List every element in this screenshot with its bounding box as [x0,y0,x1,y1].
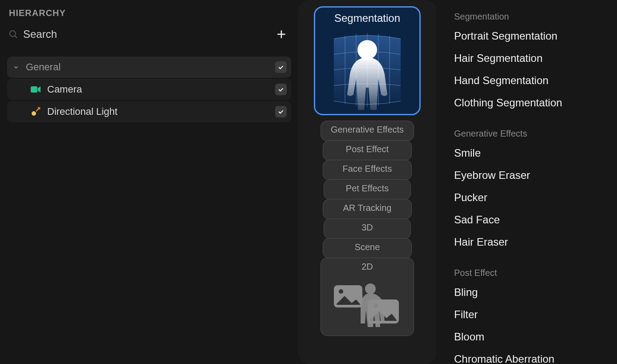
category-card-title: Segmentation [334,12,400,24]
add-button[interactable] [273,26,289,42]
tree-label: General [26,61,270,73]
details-item[interactable]: Sad Face [454,214,613,226]
category-label: Pet Effects [346,183,389,193]
camera-icon [29,83,42,96]
details-item[interactable]: Portrait Segmentation [454,30,613,42]
category-card-column: Segmentation [298,0,436,364]
category-card-scene[interactable]: Scene [323,238,412,259]
category-label: Post Effect [346,144,389,154]
tree-row-camera[interactable]: Camera [7,79,291,100]
tree-row-general[interactable]: General [7,57,291,78]
svg-point-0 [10,31,16,36]
details-panel: Segmentation Portrait Segmentation Hair … [436,0,617,364]
visibility-toggle[interactable] [275,106,287,117]
details-item[interactable]: Bling [454,286,613,299]
details-section-header: Generative Effects [454,129,613,139]
segmentation-illustration [315,28,419,114]
svg-line-1 [15,36,17,38]
svg-point-11 [357,40,377,60]
search-input[interactable]: Search [8,28,268,40]
svg-point-5 [32,111,36,116]
svg-point-16 [365,283,376,294]
search-icon [8,29,19,40]
details-item[interactable]: Bloom [454,331,613,343]
category-card-pet-effects[interactable]: Pet Effects [324,179,411,200]
category-label: 2D [361,262,373,272]
plus-icon [276,28,287,40]
category-card-segmentation[interactable]: Segmentation [314,6,421,115]
details-item[interactable]: Clothing Segmentation [454,97,613,109]
category-label: AR Tracking [343,203,392,213]
details-item[interactable]: Pucker [454,191,613,204]
tree-row-directional-light[interactable]: Directional Light [7,101,291,122]
hierarchy-panel: HIERARCHY Search General [0,0,298,364]
2d-illustration [329,272,405,336]
tree-label: Camera [47,84,270,95]
visibility-toggle[interactable] [275,61,287,73]
details-item[interactable]: Hair Segmentation [454,52,613,65]
details-item[interactable]: Hand Segmentation [454,74,613,87]
details-item[interactable]: Hair Eraser [454,236,613,248]
details-section-header: Segmentation [454,12,613,22]
search-placeholder: Search [23,28,57,40]
details-item[interactable]: Chromatic Aberration [454,353,613,364]
svg-rect-4 [31,86,37,93]
details-section-generative-effects: Generative Effects Smile Eyebrow Eraser … [454,129,613,248]
details-section-header: Post Effect [454,268,613,278]
category-label: 3D [361,222,373,232]
details-section-post-effect: Post Effect Bling Filter Bloom Chromatic… [454,268,613,364]
category-card-face-effects[interactable]: Face Effects [323,160,412,180]
tree-label: Directional Light [47,106,270,117]
svg-point-14 [339,289,343,294]
category-label: Face Effects [343,164,392,174]
hierarchy-tree: General Camera [7,57,291,122]
details-item[interactable]: Filter [454,308,613,321]
category-card-3d[interactable]: 3D [324,218,411,239]
category-card-ar-tracking[interactable]: AR Tracking [323,199,412,219]
chevron-down-icon [12,64,20,71]
category-card-2d[interactable]: 2D [321,258,414,336]
category-label: Generative Effects [331,125,404,134]
category-card-post-effect[interactable]: Post Effect [323,140,412,161]
directional-light-icon [29,105,42,118]
details-section-segmentation: Segmentation Portrait Segmentation Hair … [454,12,613,109]
visibility-toggle[interactable] [275,84,287,95]
category-card-stack: Generative Effects Post Effect Face Effe… [321,121,414,336]
details-item[interactable]: Eyebrow Eraser [454,169,613,182]
category-card-generative-effects[interactable]: Generative Effects [321,121,414,141]
category-label: Scene [355,242,380,252]
hierarchy-title: HIERARCHY [7,8,291,18]
details-item[interactable]: Smile [454,147,613,159]
